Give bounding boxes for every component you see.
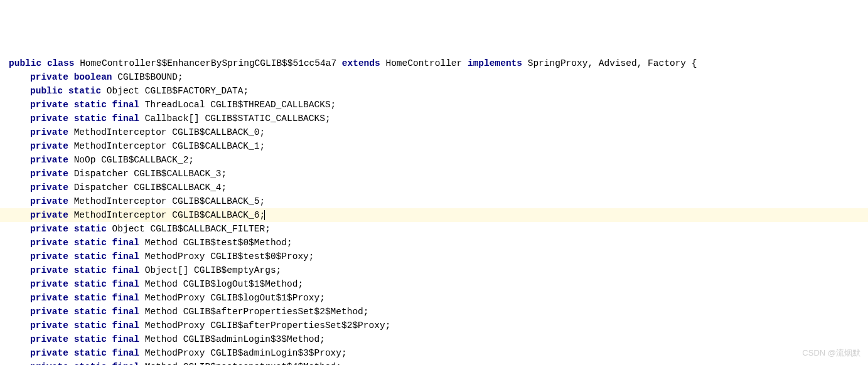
keyword-token: private	[30, 348, 68, 358]
keyword-token: final	[112, 279, 140, 289]
code-line[interactable]: private static final Method CGLIB$test$0…	[0, 236, 868, 250]
keyword-token: boolean	[74, 72, 112, 82]
keyword-token: static	[74, 334, 107, 344]
identifier-token: Method CGLIB$postconstruct$4$Method;	[145, 362, 341, 365]
code-line[interactable]: private MethodInterceptor CGLIB$CALLBACK…	[0, 208, 868, 222]
keyword-token: private	[30, 114, 68, 124]
code-line[interactable]: private MethodInterceptor CGLIB$CALLBACK…	[0, 139, 868, 153]
keyword-token: static	[74, 348, 107, 358]
code-line[interactable]: private static final MethodProxy CGLIB$t…	[0, 250, 868, 263]
keyword-token: private	[30, 307, 68, 317]
keyword-token: static	[74, 224, 107, 234]
keyword-token: implements	[468, 58, 522, 68]
identifier-token: MethodInterceptor CGLIB$CALLBACK_0;	[74, 127, 265, 137]
keyword-token: static	[74, 320, 107, 331]
keyword-token: final	[112, 362, 140, 365]
keyword-token: private	[30, 100, 68, 110]
identifier-token: Method CGLIB$afterPropertiesSet$2$Method…	[145, 307, 369, 317]
identifier-token: MethodInterceptor CGLIB$CALLBACK_1;	[74, 141, 265, 151]
keyword-token: private	[30, 141, 68, 151]
code-line[interactable]: private static final MethodProxy CGLIB$l…	[0, 291, 868, 305]
keyword-token: private	[30, 127, 68, 137]
keyword-token: private	[30, 169, 68, 179]
identifier-token: HomeController	[385, 58, 462, 68]
code-line[interactable]: private NoOp CGLIB$CALLBACK_2;	[0, 153, 868, 167]
keyword-token: private	[30, 362, 68, 365]
keyword-token: public	[9, 58, 41, 68]
code-line[interactable]: private static Object CGLIB$CALLBACK_FIL…	[0, 222, 868, 236]
keyword-token: static	[74, 114, 107, 124]
code-line[interactable]: private static final Method CGLIB$logOut…	[0, 277, 868, 291]
keyword-token: final	[112, 251, 140, 262]
identifier-token: Dispatcher CGLIB$CALLBACK_4;	[74, 182, 227, 193]
watermark-text: CSDN @流烟默	[802, 346, 860, 360]
code-line[interactable]: private Dispatcher CGLIB$CALLBACK_4;	[0, 181, 868, 194]
keyword-token: static	[74, 293, 107, 303]
keyword-token: private	[30, 196, 68, 206]
keyword-token: final	[112, 238, 140, 248]
code-line[interactable]: public static Object CGLIB$FACTORY_DATA;	[0, 84, 868, 98]
keyword-token: public	[30, 86, 63, 96]
keyword-token: private	[30, 251, 68, 262]
identifier-token: NoOp CGLIB$CALLBACK_2;	[74, 155, 194, 165]
identifier-token: MethodProxy CGLIB$logOut$1$Proxy;	[145, 293, 325, 303]
keyword-token: private	[30, 72, 68, 82]
identifier-token: MethodInterceptor CGLIB$CALLBACK_5;	[74, 196, 265, 206]
keyword-token: final	[112, 320, 140, 331]
identifier-token: MethodProxy CGLIB$afterPropertiesSet$2$P…	[145, 320, 391, 331]
identifier-token: Dispatcher CGLIB$CALLBACK_3;	[74, 169, 227, 179]
keyword-token: private	[30, 293, 68, 303]
keyword-token: private	[30, 238, 68, 248]
keyword-token: final	[112, 265, 140, 275]
code-line[interactable]: private static final Method CGLIB$postco…	[0, 360, 868, 365]
keyword-token: private	[30, 320, 68, 331]
identifier-token: CGLIB$BOUND;	[117, 72, 183, 82]
keyword-token: static	[74, 265, 107, 275]
keyword-token: static	[74, 307, 107, 317]
keyword-token: final	[112, 293, 140, 303]
code-line[interactable]: private MethodInterceptor CGLIB$CALLBACK…	[0, 194, 868, 208]
keyword-token: static	[74, 100, 107, 110]
identifier-token: MethodProxy CGLIB$adminLogin$3$Proxy;	[145, 348, 347, 358]
keyword-token: private	[30, 182, 68, 193]
identifier-token: MethodProxy CGLIB$test$0$Proxy;	[145, 251, 314, 262]
code-line[interactable]: private MethodInterceptor CGLIB$CALLBACK…	[0, 125, 868, 139]
identifier-token: ThreadLocal CGLIB$THREAD_CALLBACKS;	[145, 100, 336, 110]
keyword-token: private	[30, 224, 68, 234]
keyword-token: private	[30, 279, 68, 289]
code-line[interactable]: private static final Object[] CGLIB$empt…	[0, 263, 868, 277]
identifier-token: Object CGLIB$FACTORY_DATA;	[107, 86, 249, 96]
code-line[interactable]: private static final MethodProxy CGLIB$a…	[0, 346, 868, 360]
code-editor[interactable]: public class HomeController$$EnhancerByS…	[0, 55, 868, 365]
code-line[interactable]: public class HomeController$$EnhancerByS…	[0, 56, 868, 70]
identifier-token: Object[] CGLIB$emptyArgs;	[145, 265, 282, 275]
code-line[interactable]: private static final Callback[] CGLIB$ST…	[0, 112, 868, 125]
keyword-token: private	[30, 265, 68, 275]
code-line[interactable]: private boolean CGLIB$BOUND;	[0, 70, 868, 84]
keyword-token: static	[74, 251, 107, 262]
code-line[interactable]: private static final Method CGLIB$afterP…	[0, 305, 868, 319]
keyword-token: private	[30, 334, 68, 344]
keyword-token: class	[47, 58, 75, 68]
identifier-token: Method CGLIB$logOut$1$Method;	[145, 279, 303, 289]
identifier-token: Method CGLIB$test$0$Method;	[145, 238, 292, 248]
keyword-token: final	[112, 307, 140, 317]
keyword-token: final	[112, 348, 140, 358]
keyword-token: static	[74, 238, 107, 248]
keyword-token: static	[68, 86, 101, 96]
keyword-token: static	[74, 362, 107, 365]
identifier-token: SpringProxy, Advised, Factory {	[528, 58, 697, 68]
code-line[interactable]: private static final ThreadLocal CGLIB$T…	[0, 98, 868, 112]
text-cursor	[264, 210, 265, 220]
identifier-token: Object CGLIB$CALLBACK_FILTER;	[112, 224, 271, 234]
code-line[interactable]: private static final Method CGLIB$adminL…	[0, 332, 868, 346]
identifier-token: Callback[] CGLIB$STATIC_CALLBACKS;	[145, 114, 331, 124]
identifier-token: MethodInterceptor CGLIB$CALLBACK_6;	[74, 210, 265, 220]
keyword-token: private	[30, 210, 68, 220]
code-line[interactable]: private Dispatcher CGLIB$CALLBACK_3;	[0, 167, 868, 181]
keyword-token: static	[74, 279, 107, 289]
code-line[interactable]: private static final MethodProxy CGLIB$a…	[0, 319, 868, 332]
keyword-token: final	[112, 114, 140, 124]
keyword-token: private	[30, 155, 68, 165]
identifier-token: Method CGLIB$adminLogin$3$Method;	[145, 334, 325, 344]
